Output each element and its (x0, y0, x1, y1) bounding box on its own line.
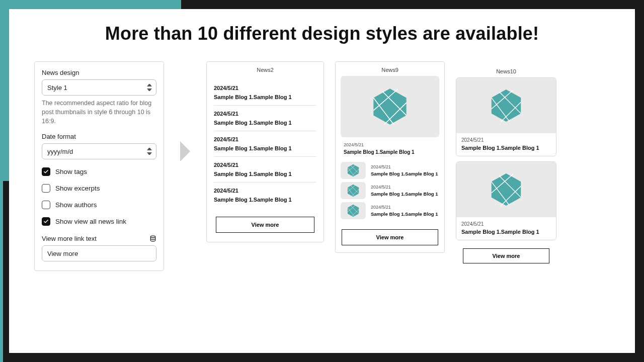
page-backdrop: More than 10 different design styles are… (0, 0, 644, 362)
show-tags-checkbox[interactable]: Show tags (42, 167, 156, 176)
date-format-value: yyyy/m/d (47, 148, 73, 155)
item-title: Sample Blog 1.Sample Blog 1 (344, 149, 436, 155)
item-title: Sample Blog 1.Sample Blog 1 (461, 145, 551, 151)
settings-panel: News design Style 1 The recommended aspe… (34, 61, 164, 271)
hexagon-icon (489, 170, 523, 209)
preview-title: News2 (207, 62, 324, 76)
item-title: Sample Blog 1.Sample Blog 1 (214, 197, 316, 203)
item-title: Sample Blog 1.Sample Blog 1 (371, 171, 438, 176)
view-more-button[interactable]: View more (342, 229, 438, 245)
item-title: Sample Blog 1.Sample Blog 1 (214, 171, 316, 177)
item-title: Sample Blog 1.Sample Blog 1 (214, 120, 316, 126)
list-item[interactable]: 2024/5/21 Sample Blog 1.Sample Blog 1 (214, 131, 316, 157)
thumbnail (341, 202, 366, 219)
show-tags-label: Show tags (55, 168, 87, 175)
show-authors-checkbox[interactable]: Show authors (42, 201, 156, 209)
news-design-help: The recommended aspect ratio for blog po… (42, 99, 156, 126)
preview-body: 2024/5/21 Sample Blog 1.Sample Blog 1 20… (207, 76, 324, 209)
hexagon-icon (347, 163, 360, 178)
item-title: Sample Blog 1.Sample Blog 1 (461, 229, 551, 235)
page-title: More than 10 different design styles are… (34, 23, 610, 44)
show-excerpts-checkbox[interactable]: Show excerpts (42, 184, 156, 193)
item-date: 2024/5/21 (461, 137, 551, 143)
item-date: 2024/5/21 (214, 162, 316, 168)
hexagon-icon (489, 86, 523, 125)
item-date: 2024/5/21 (344, 142, 436, 147)
item-title: Sample Blog 1.Sample Blog 1 (371, 211, 438, 217)
news-design-label: News design (42, 69, 156, 76)
list-item[interactable]: 2024/5/21Sample Blog 1.Sample Blog 1 (341, 182, 439, 199)
date-format-select[interactable]: yyyy/m/d (42, 143, 156, 159)
layout-row: News design Style 1 The recommended aspe… (34, 61, 610, 271)
list-item[interactable]: 2024/5/21Sample Blog 1.Sample Blog 1 (341, 162, 439, 179)
preview-news2: News2 2024/5/21 Sample Blog 1.Sample Blo… (206, 61, 324, 242)
select-updown-icon (147, 148, 152, 155)
thumbnail (456, 162, 556, 217)
item-title: Sample Blog 1.Sample Blog 1 (214, 94, 316, 100)
card-item[interactable]: 2024/5/21Sample Blog 1.Sample Blog 1 (456, 161, 556, 240)
item-date: 2024/5/21 (214, 111, 316, 117)
hexagon-icon (347, 183, 360, 198)
item-date: 2024/5/21 (214, 85, 316, 91)
item-date: 2024/5/21 (371, 164, 438, 169)
view-more-button[interactable]: View more (216, 217, 314, 233)
preview-news10: News10 2024/5/21Sample Blog 1.Sample Blo… (456, 61, 556, 263)
item-date: 2024/5/21 (214, 188, 316, 194)
hexagon-icon (347, 203, 360, 218)
list-item[interactable]: 2024/5/21 Sample Blog 1.Sample Blog 1 (214, 80, 316, 106)
list-item[interactable]: 2024/5/21Sample Blog 1.Sample Blog 1 (341, 202, 439, 219)
checkbox-icon (42, 217, 50, 226)
svg-point-6 (150, 236, 155, 238)
dynamic-source-icon[interactable] (149, 235, 156, 242)
thumbnail (341, 182, 366, 199)
show-viewall-checkbox[interactable]: Show view all news link (42, 217, 156, 226)
content-canvas: More than 10 different design styles are… (9, 9, 635, 353)
preview-news9: News9 2024/5/21 Sample Blog 1.Sample Blo… (335, 61, 445, 253)
feature-meta: 2024/5/21 Sample Blog 1.Sample Blog 1 (341, 141, 439, 159)
decor-teal-strip (0, 181, 3, 362)
show-excerpts-label: Show excerpts (55, 185, 100, 192)
show-authors-label: Show authors (55, 201, 97, 209)
linktext-label: View more link text (42, 235, 97, 242)
preview-title: News9 (336, 62, 444, 76)
arrow-icon (178, 140, 192, 162)
linktext-input[interactable] (42, 245, 156, 261)
list-item[interactable]: 2024/5/21 Sample Blog 1.Sample Blog 1 (214, 106, 316, 131)
list-item[interactable]: 2024/5/21 Sample Blog 1.Sample Blog 1 (214, 183, 316, 208)
news-design-select[interactable]: Style 1 (42, 79, 156, 96)
checkbox-icon (42, 167, 50, 176)
checkbox-icon (42, 184, 50, 193)
thumbnail (341, 162, 366, 179)
item-date: 2024/5/21 (461, 221, 551, 227)
select-updown-icon (147, 84, 152, 91)
item-date: 2024/5/21 (371, 205, 438, 210)
item-date: 2024/5/21 (371, 185, 438, 190)
show-viewall-label: Show view all news link (55, 218, 126, 225)
news-design-value: Style 1 (47, 84, 67, 92)
card-item[interactable]: 2024/5/21Sample Blog 1.Sample Blog 1 (456, 77, 556, 156)
item-date: 2024/5/21 (214, 136, 316, 142)
checkbox-icon (42, 201, 50, 209)
feature-thumbnail[interactable] (341, 76, 439, 137)
view-more-button[interactable]: View more (463, 248, 549, 263)
item-title: Sample Blog 1.Sample Blog 1 (371, 191, 438, 197)
thumbnail (456, 78, 556, 133)
date-format-label: Date format (42, 133, 156, 140)
list-item[interactable]: 2024/5/21 Sample Blog 1.Sample Blog 1 (214, 157, 316, 183)
preview-title: News10 (456, 61, 556, 77)
item-title: Sample Blog 1.Sample Blog 1 (214, 145, 316, 151)
hexagon-icon (371, 85, 409, 128)
